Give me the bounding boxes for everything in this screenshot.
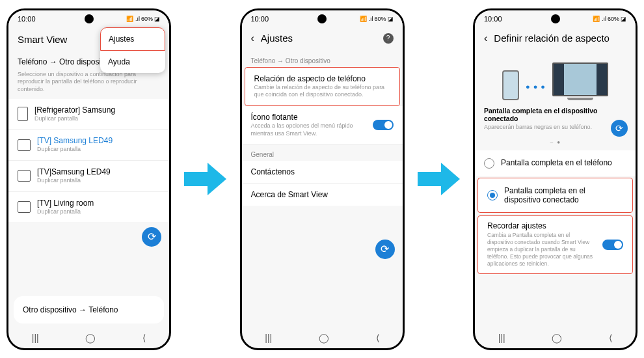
header: ‹ Ajustes ? <box>242 27 403 51</box>
status-time: 10:00 <box>251 15 269 23</box>
refresh-fab[interactable]: ⟳ <box>611 120 628 137</box>
nav-home[interactable]: ◯ <box>85 333 96 343</box>
refresh-icon: ⟳ <box>615 123 623 133</box>
tv-icon <box>18 201 31 213</box>
dropdown-menu: Ajustes Ayuda <box>100 27 165 73</box>
radio-icon <box>484 158 494 169</box>
contact-item[interactable]: Contáctenos <box>242 161 403 184</box>
notch <box>551 14 560 23</box>
remember-settings[interactable]: Recordar ajustes Cambia a Pantalla compl… <box>477 215 633 273</box>
back-icon[interactable]: ‹ <box>484 33 487 44</box>
radio-icon <box>487 190 498 200</box>
nav-back[interactable]: ⟨ <box>376 333 379 343</box>
content: Teléfono → Otro dispositivo Seleccione u… <box>8 51 169 327</box>
nav-home[interactable]: ◯ <box>552 333 562 343</box>
remember-switch[interactable] <box>602 240 623 250</box>
nav-home[interactable]: ◯ <box>319 333 329 343</box>
page-title: Ajustes <box>261 33 293 44</box>
floating-icon-item[interactable]: Ícono flotante Acceda a las opciones del… <box>242 106 403 145</box>
illus-dots-icon: ● ● ● <box>526 83 546 100</box>
page-title: Definir relación de aspecto <box>494 33 610 44</box>
help-icon[interactable]: ? <box>383 33 394 44</box>
refresh-fab[interactable]: ⟳ <box>142 227 161 247</box>
back-icon[interactable]: ‹ <box>251 33 254 44</box>
content: ● ● ● Pantalla completa en el dispositiv… <box>475 51 636 327</box>
illus-phone-icon <box>502 70 519 100</box>
phone-3-aspect-ratio: 10:00 📶 .ıl 60%◪ ‹ Definir relación de a… <box>473 8 637 350</box>
refresh-fab[interactable]: ⟳ <box>375 240 395 259</box>
phone-1-smartview: 10:00 📶 .ıl 60%◪ Smart View Ajustes Ayud… <box>7 8 171 350</box>
floating-switch[interactable] <box>373 120 394 130</box>
device-item-tv-led49-active[interactable]: [TV] Samsung LED49 Duplicar pantalla <box>8 130 169 161</box>
aspect-ratio-item[interactable]: Relación de aspecto de teléfono Cambie l… <box>245 67 400 106</box>
radio-fullscreen-device[interactable]: Pantalla completa en el dispositivo cone… <box>477 178 633 213</box>
nav-back[interactable]: ⟨ <box>609 333 612 343</box>
device-item-refrigerator[interactable]: [Refrigerator] Samsung Duplicar pantalla <box>8 99 169 130</box>
section-phone-device: Teléfono → Otro dispositivo <box>242 51 403 67</box>
status-time: 10:00 <box>18 15 36 23</box>
arrow-icon <box>418 163 460 195</box>
header: ‹ Definir relación de aspecto <box>475 27 636 51</box>
phone-2-settings: 10:00 📶 .ıl 60%◪ ‹ Ajustes ? Teléfono → … <box>240 8 405 350</box>
fridge-icon <box>18 107 28 121</box>
dropdown-help[interactable]: Ayuda <box>100 51 165 73</box>
dropdown-settings[interactable]: Ajustes <box>100 27 165 51</box>
status-icons: 📶 .ıl 60%◪ <box>126 16 160 22</box>
nav-bar: ||| ◯ ⟨ <box>8 327 169 348</box>
illus-title: Pantalla completa en el dispositivo cone… <box>475 104 636 122</box>
illustration: ● ● ● <box>475 51 636 104</box>
device-item-tv-led49[interactable]: [TV]Samsung LED49 Duplicar pantalla <box>8 161 169 192</box>
content: Teléfono → Otro dispositivo Relación de … <box>242 51 403 327</box>
tv-icon <box>18 170 31 182</box>
nav-recent[interactable]: ||| <box>265 333 272 343</box>
status-icons: 📶 .ıl 60%◪ <box>593 16 626 22</box>
status-time: 10:00 <box>484 15 502 23</box>
tv-icon <box>18 139 31 151</box>
radio-fullscreen-phone[interactable]: Pantalla completa en el teléfono <box>475 150 636 176</box>
nav-bar: ||| ◯ ⟨ <box>475 327 636 348</box>
arrow-icon <box>184 163 226 195</box>
refresh-icon: ⟳ <box>148 230 156 243</box>
tab-description: Seleccione un dispositivo a continuación… <box>8 71 169 99</box>
pager: –● <box>475 137 636 150</box>
nav-recent[interactable]: ||| <box>498 333 505 343</box>
refresh-icon: ⟳ <box>381 243 389 255</box>
tab-device-to-phone[interactable]: Otro dispositivo → Teléfono <box>14 296 164 324</box>
device-item-living-room[interactable]: [TV] Living room Duplicar pantalla <box>8 192 169 223</box>
illus-tv-icon <box>552 62 608 100</box>
section-general: General <box>242 145 403 161</box>
about-item[interactable]: Acerca de Smart View <box>242 184 403 206</box>
nav-back[interactable]: ⟨ <box>142 333 146 343</box>
notch <box>85 14 94 23</box>
nav-bar: ||| ◯ ⟨ <box>242 327 403 348</box>
nav-recent[interactable]: ||| <box>32 333 39 343</box>
notch <box>317 14 327 23</box>
status-icons: 📶 .ıl 60%◪ <box>360 16 394 22</box>
